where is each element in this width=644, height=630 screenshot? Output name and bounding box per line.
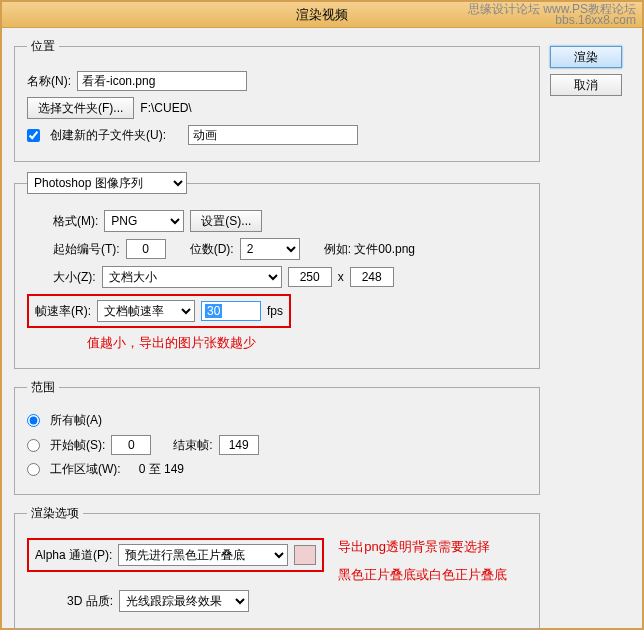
location-group: 位置 名称(N): 选择文件夹(F)... F:\CUED\ 创建新的子文件夹(… [14,38,540,162]
output-type-select[interactable]: Photoshop 图像序列 [27,172,187,194]
watermark: 思缘设计论坛 www.PS教程论坛 bbs.16xx8.com [468,4,636,26]
start-num-input[interactable] [126,239,166,259]
render-options-legend: 渲染选项 [27,505,83,522]
format-label: 格式(M): [53,213,98,230]
create-subfolder-checkbox[interactable] [27,129,40,142]
render-button[interactable]: 渲染 [550,46,622,68]
example-label: 例如: 文件00.png [324,241,415,258]
subfolder-input[interactable] [188,125,358,145]
location-legend: 位置 [27,38,59,55]
all-frames-label: 所有帧(A) [50,412,102,429]
titlebar: 渲染视频 思缘设计论坛 www.PS教程论坛 bbs.16xx8.com [2,2,642,28]
sequence-group: Photoshop 图像序列 格式(M): PNG 设置(S)... 起始编号(… [14,172,540,369]
alpha-select[interactable]: 预先进行黑色正片叠底 [118,544,288,566]
settings-button[interactable]: 设置(S)... [190,210,262,232]
render-options-group: 渲染选项 Alpha 通道(P): 预先进行黑色正片叠底 导出png透明背景需要… [14,505,540,629]
end-frame-input[interactable] [219,435,259,455]
select-folder-button[interactable]: 选择文件夹(F)... [27,97,134,119]
framerate-input[interactable]: 30 [201,301,261,321]
alpha-note-1: 导出png透明背景需要选择 [338,538,507,556]
range-group: 范围 所有帧(A) 开始帧(S): 结束帧: 工作区域(W): [14,379,540,495]
color-swatch[interactable] [294,545,316,565]
framerate-label: 帧速率(R): [35,303,91,320]
framerate-highlight: 帧速率(R): 文档帧速率 30 fps [27,294,291,328]
alpha-highlight: Alpha 通道(P): 预先进行黑色正片叠底 [27,538,324,572]
start-frame-label: 开始帧(S): [50,437,105,454]
work-area-radio[interactable] [27,463,40,476]
framerate-select[interactable]: 文档帧速率 [97,300,195,322]
fps-label: fps [267,304,283,318]
create-subfolder-label: 创建新的子文件夹(U): [50,127,166,144]
start-frame-input[interactable] [111,435,151,455]
x-label: x [338,270,344,284]
start-frame-radio[interactable] [27,439,40,452]
render-video-dialog: 渲染视频 思缘设计论坛 www.PS教程论坛 bbs.16xx8.com 位置 … [0,0,644,630]
name-input[interactable] [77,71,247,91]
height-input[interactable] [350,267,394,287]
framerate-note: 值越小，导出的图片张数越少 [87,334,256,352]
alpha-label: Alpha 通道(P): [35,547,112,564]
all-frames-radio[interactable] [27,414,40,427]
size-select[interactable]: 文档大小 [102,266,282,288]
alpha-note-2: 黑色正片叠底或白色正片叠底 [338,566,507,584]
start-num-label: 起始编号(T): [53,241,120,258]
quality-select[interactable]: 光线跟踪最终效果 [119,590,249,612]
digits-label: 位数(D): [190,241,234,258]
work-area-value: 0 至 149 [139,461,184,478]
format-select[interactable]: PNG [104,210,184,232]
range-legend: 范围 [27,379,59,396]
name-label: 名称(N): [27,73,71,90]
width-input[interactable] [288,267,332,287]
work-area-label: 工作区域(W): [50,461,121,478]
end-frame-label: 结束帧: [173,437,212,454]
cancel-button[interactable]: 取消 [550,74,622,96]
digits-select[interactable]: 2 [240,238,300,260]
quality-label: 3D 品质: [67,593,113,610]
size-label: 大小(Z): [53,269,96,286]
dialog-title: 渲染视频 [296,6,348,24]
folder-path: F:\CUED\ [140,101,191,115]
